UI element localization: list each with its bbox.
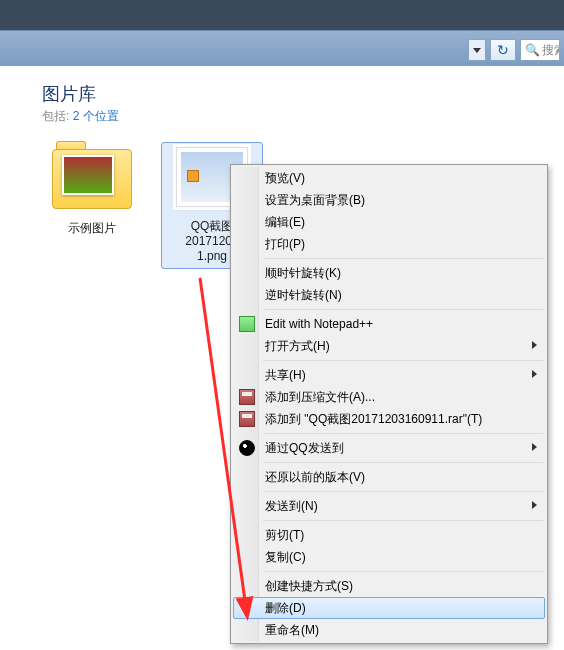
context-menu: 预览(V)设置为桌面背景(B)编辑(E)打印(P)顺时针旋转(K)逆时针旋转(N… [230, 164, 548, 644]
notepad-icon [239, 316, 255, 332]
address-bar-area: ↻ 🔍搜索 图 [0, 30, 564, 70]
menu-item-label: 创建快捷方式(S) [265, 578, 353, 595]
menu-item-label: 设置为桌面背景(B) [265, 192, 365, 209]
menu-item-label: 删除(D) [265, 600, 306, 617]
context-menu-item[interactable]: 共享(H) [233, 364, 545, 386]
menu-separator [263, 433, 543, 434]
context-menu-item[interactable]: 编辑(E) [233, 211, 545, 233]
context-menu-item[interactable]: 重命名(M) [233, 619, 545, 641]
menu-item-label: 剪切(T) [265, 527, 304, 544]
menu-item-label: 添加到 "QQ截图20171203160911.rar"(T) [265, 411, 482, 428]
refresh-button[interactable]: ↻ [490, 39, 516, 61]
menu-item-label: 预览(V) [265, 170, 305, 187]
context-menu-item[interactable]: 添加到 "QQ截图20171203160911.rar"(T) [233, 408, 545, 430]
library-subtitle: 包括: 2 个位置 [42, 108, 564, 125]
library-locations-link[interactable]: 2 个位置 [73, 109, 119, 123]
context-menu-item[interactable]: 设置为桌面背景(B) [233, 189, 545, 211]
library-title: 图片库 [42, 82, 564, 106]
context-menu-item[interactable]: 删除(D) [233, 597, 545, 619]
context-menu-item[interactable]: 剪切(T) [233, 524, 545, 546]
context-menu-item[interactable]: 逆时针旋转(N) [233, 284, 545, 306]
menu-item-label: 编辑(E) [265, 214, 305, 231]
menu-separator [263, 309, 543, 310]
context-menu-item[interactable]: 通过QQ发送到 [233, 437, 545, 459]
rar-icon [239, 389, 255, 405]
folder-icon [47, 149, 137, 219]
menu-separator [263, 491, 543, 492]
submenu-arrow-icon [532, 443, 537, 451]
menu-separator [263, 571, 543, 572]
context-menu-item[interactable]: 创建快捷方式(S) [233, 575, 545, 597]
menu-separator [263, 360, 543, 361]
menu-separator [263, 462, 543, 463]
library-header: 图片库 包括: 2 个位置 [0, 66, 564, 125]
menu-item-label: 共享(H) [265, 367, 306, 384]
menu-item-label: 打开方式(H) [265, 338, 330, 355]
address-dropdown-button[interactable] [468, 39, 486, 61]
menu-item-label: 添加到压缩文件(A)... [265, 389, 375, 406]
context-menu-item[interactable]: 打开方式(H) [233, 335, 545, 357]
menu-item-label: 重命名(M) [265, 622, 319, 639]
menu-item-label: 复制(C) [265, 549, 306, 566]
context-menu-item[interactable]: 还原以前的版本(V) [233, 466, 545, 488]
submenu-arrow-icon [532, 341, 537, 349]
refresh-icon: ↻ [497, 42, 509, 58]
context-menu-item[interactable]: 打印(P) [233, 233, 545, 255]
folder-item[interactable]: 示例图片 [42, 143, 142, 268]
context-menu-item[interactable]: 发送到(N) [233, 495, 545, 517]
menu-item-label: 发送到(N) [265, 498, 318, 515]
menu-item-label: 通过QQ发送到 [265, 440, 344, 457]
qq-icon [239, 440, 255, 456]
search-icon: 🔍 [525, 43, 540, 57]
menu-item-label: 还原以前的版本(V) [265, 469, 365, 486]
search-input[interactable]: 🔍搜索 图 [520, 39, 560, 61]
item-label: 示例图片 [42, 221, 142, 240]
chevron-down-icon [473, 48, 481, 53]
window-titlebar-blur [0, 0, 564, 30]
rar-icon [239, 411, 255, 427]
menu-item-label: 顺时针旋转(K) [265, 265, 341, 282]
menu-item-label: 逆时针旋转(N) [265, 287, 342, 304]
menu-separator [263, 520, 543, 521]
menu-item-label: 打印(P) [265, 236, 305, 253]
submenu-arrow-icon [532, 370, 537, 378]
menu-separator [263, 258, 543, 259]
context-menu-item[interactable]: 预览(V) [233, 167, 545, 189]
menu-item-label: Edit with Notepad++ [265, 317, 373, 331]
search-placeholder: 搜索 图 [542, 42, 560, 59]
context-menu-item[interactable]: Edit with Notepad++ [233, 313, 545, 335]
context-menu-item[interactable]: 添加到压缩文件(A)... [233, 386, 545, 408]
context-menu-item[interactable]: 复制(C) [233, 546, 545, 568]
context-menu-item[interactable]: 顺时针旋转(K) [233, 262, 545, 284]
submenu-arrow-icon [532, 501, 537, 509]
